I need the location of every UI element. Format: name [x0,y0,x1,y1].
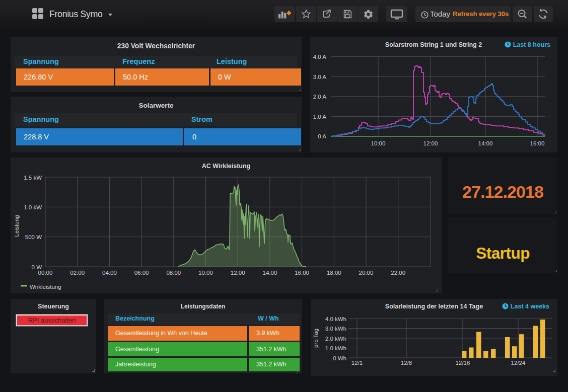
svg-text:4.0 kWh: 4.0 kWh [325,316,346,322]
svg-text:1.0 kW: 1.0 kW [24,204,42,210]
svg-text:10:00: 10:00 [371,140,386,146]
svg-text:2.0 kWh: 2.0 kWh [325,336,346,342]
svg-text:1.0 kWh: 1.0 kWh [325,345,346,351]
svg-text:12/16: 12/16 [456,360,470,366]
svg-text:04:00: 04:00 [102,270,117,276]
svg-text:16:00: 16:00 [530,140,545,146]
svg-text:3.0 A: 3.0 A [313,74,327,80]
svg-text:500 W: 500 W [25,234,42,240]
svg-text:0 W: 0 W [32,264,42,270]
svg-text:2.0 A: 2.0 A [313,94,327,100]
svg-text:16:00: 16:00 [295,270,309,276]
svg-text:Leistung: Leistung [14,215,20,237]
svg-text:12/24: 12/24 [511,360,526,366]
svg-text:14:00: 14:00 [263,270,277,276]
svg-text:1.5 kW: 1.5 kW [24,175,42,181]
svg-text:3.0 kWh: 3.0 kWh [325,326,346,332]
svg-text:0 Wh: 0 Wh [333,355,346,361]
svg-text:0 A: 0 A [318,133,326,139]
svg-text:4.0 A: 4.0 A [313,54,327,60]
svg-text:20:00: 20:00 [359,270,374,276]
svg-text:22:00: 22:00 [391,270,405,276]
svg-text:12/1: 12/1 [351,360,363,366]
svg-text:pro Tag: pro Tag [313,329,319,348]
svg-text:Wirkleistung: Wirkleistung [30,284,61,290]
svg-text:12:00: 12:00 [423,140,438,146]
svg-text:18:00: 18:00 [327,270,341,276]
svg-text:10:00: 10:00 [198,270,213,276]
svg-text:06:00: 06:00 [134,270,149,276]
svg-text:00:00: 00:00 [38,270,53,276]
svg-text:1.0 A: 1.0 A [313,114,327,120]
svg-text:08:00: 08:00 [166,270,181,276]
svg-text:12:00: 12:00 [231,270,245,276]
svg-text:12/8: 12/8 [401,360,412,366]
svg-text:02:00: 02:00 [70,270,85,276]
svg-text:14:00: 14:00 [478,140,493,146]
